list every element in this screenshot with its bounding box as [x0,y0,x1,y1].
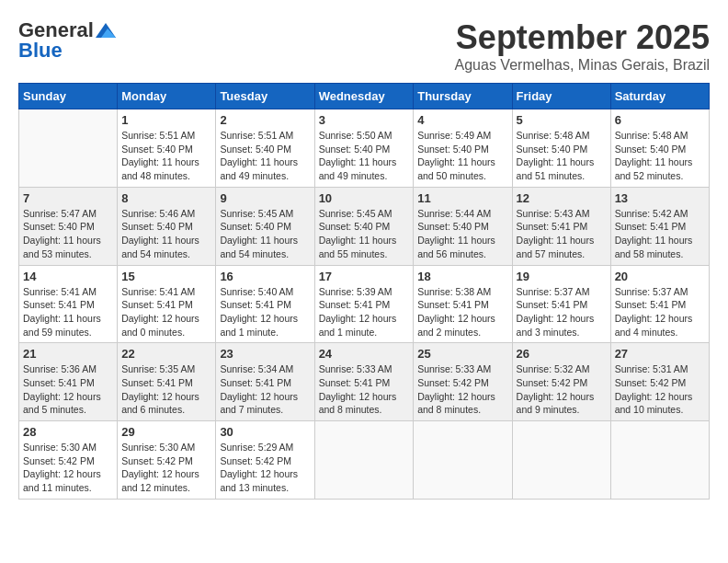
day-number: 12 [517,191,607,205]
day-info: Sunrise: 5:35 AM Sunset: 5:41 PM Dayligh… [121,362,211,417]
day-number: 8 [121,191,211,205]
day-number: 1 [121,113,211,127]
calendar-day-cell: 9Sunrise: 5:45 AM Sunset: 5:40 PM Daylig… [216,187,314,265]
day-info: Sunrise: 5:41 AM Sunset: 5:41 PM Dayligh… [23,285,113,339]
day-info: Sunrise: 5:40 AM Sunset: 5:41 PM Dayligh… [220,285,310,339]
calendar-table: SundayMondayTuesdayWednesdayThursdayFrid… [18,83,710,500]
day-info: Sunrise: 5:33 AM Sunset: 5:42 PM Dayligh… [417,362,507,417]
calendar-day-header: Monday [118,84,216,109]
calendar-day-cell: 8Sunrise: 5:46 AM Sunset: 5:40 PM Daylig… [118,187,216,265]
calendar-day-cell: 22Sunrise: 5:35 AM Sunset: 5:41 PM Dayli… [118,343,216,421]
day-info: Sunrise: 5:49 AM Sunset: 5:40 PM Dayligh… [417,129,507,183]
calendar-day-cell: 10Sunrise: 5:45 AM Sunset: 5:40 PM Dayli… [314,187,414,265]
day-info: Sunrise: 5:46 AM Sunset: 5:40 PM Dayligh… [121,207,211,261]
day-number: 17 [319,270,410,283]
calendar-day-cell: 3Sunrise: 5:50 AM Sunset: 5:40 PM Daylig… [314,109,414,188]
calendar-day-cell: 21Sunrise: 5:36 AM Sunset: 5:41 PM Dayli… [19,343,118,421]
day-number: 11 [417,191,507,205]
day-number: 6 [615,113,705,127]
day-number: 28 [23,425,113,439]
calendar-day-header: Tuesday [216,84,314,109]
calendar-day-cell: 29Sunrise: 5:30 AM Sunset: 5:42 PM Dayli… [118,421,216,500]
calendar-day-cell: 30Sunrise: 5:29 AM Sunset: 5:42 PM Dayli… [216,421,314,500]
calendar-day-cell: 11Sunrise: 5:44 AM Sunset: 5:40 PM Dayli… [414,187,512,265]
day-info: Sunrise: 5:43 AM Sunset: 5:41 PM Dayligh… [517,207,607,261]
day-number: 22 [121,347,211,361]
page-header: General Blue September 2025 Aguas Vermel… [18,18,710,74]
calendar-day-header: Saturday [610,84,709,109]
calendar-day-cell: 1Sunrise: 5:51 AM Sunset: 5:40 PM Daylig… [118,109,216,188]
calendar-day-header: Thursday [414,84,512,109]
calendar-week-row: 1Sunrise: 5:51 AM Sunset: 5:40 PM Daylig… [19,109,710,188]
day-info: Sunrise: 5:32 AM Sunset: 5:42 PM Dayligh… [517,362,607,417]
calendar-day-cell: 19Sunrise: 5:37 AM Sunset: 5:41 PM Dayli… [512,265,610,343]
day-info: Sunrise: 5:30 AM Sunset: 5:42 PM Dayligh… [23,441,113,495]
day-number: 20 [615,270,705,283]
day-number: 27 [615,347,705,361]
day-info: Sunrise: 5:38 AM Sunset: 5:41 PM Dayligh… [417,285,507,339]
calendar-day-cell: 28Sunrise: 5:30 AM Sunset: 5:42 PM Dayli… [19,421,118,500]
day-info: Sunrise: 5:37 AM Sunset: 5:41 PM Dayligh… [517,285,607,339]
calendar-day-cell: 17Sunrise: 5:39 AM Sunset: 5:41 PM Dayli… [314,265,414,343]
calendar-day-cell: 27Sunrise: 5:31 AM Sunset: 5:42 PM Dayli… [610,343,709,421]
month-title: September 2025 [455,18,710,57]
calendar-day-cell: 12Sunrise: 5:43 AM Sunset: 5:41 PM Dayli… [512,187,610,265]
day-info: Sunrise: 5:51 AM Sunset: 5:40 PM Dayligh… [121,129,211,183]
day-info: Sunrise: 5:44 AM Sunset: 5:40 PM Dayligh… [417,207,507,261]
calendar-day-cell: 2Sunrise: 5:51 AM Sunset: 5:40 PM Daylig… [216,109,314,188]
day-info: Sunrise: 5:51 AM Sunset: 5:40 PM Dayligh… [220,129,310,183]
calendar-week-row: 14Sunrise: 5:41 AM Sunset: 5:41 PM Dayli… [19,265,710,343]
day-info: Sunrise: 5:50 AM Sunset: 5:40 PM Dayligh… [319,129,410,183]
day-number: 16 [220,270,310,283]
calendar-day-cell: 5Sunrise: 5:48 AM Sunset: 5:40 PM Daylig… [512,109,610,188]
day-info: Sunrise: 5:30 AM Sunset: 5:42 PM Dayligh… [121,441,211,495]
day-number: 21 [23,347,113,361]
day-info: Sunrise: 5:39 AM Sunset: 5:41 PM Dayligh… [319,285,410,339]
calendar-day-cell: 7Sunrise: 5:47 AM Sunset: 5:40 PM Daylig… [19,187,118,265]
day-number: 7 [23,191,113,205]
calendar-day-cell: 18Sunrise: 5:38 AM Sunset: 5:41 PM Dayli… [414,265,512,343]
calendar-day-cell: 6Sunrise: 5:48 AM Sunset: 5:40 PM Daylig… [610,109,709,188]
calendar-day-cell: 23Sunrise: 5:34 AM Sunset: 5:41 PM Dayli… [216,343,314,421]
calendar-day-cell [512,421,610,500]
calendar-day-cell: 16Sunrise: 5:40 AM Sunset: 5:41 PM Dayli… [216,265,314,343]
logo: General Blue [18,18,116,63]
day-number: 2 [220,113,310,127]
day-info: Sunrise: 5:42 AM Sunset: 5:41 PM Dayligh… [615,207,705,261]
day-number: 23 [220,347,310,361]
day-number: 3 [319,113,410,127]
calendar-day-cell: 25Sunrise: 5:33 AM Sunset: 5:42 PM Dayli… [414,343,512,421]
day-info: Sunrise: 5:34 AM Sunset: 5:41 PM Dayligh… [220,362,310,417]
day-info: Sunrise: 5:31 AM Sunset: 5:42 PM Dayligh… [615,362,705,417]
day-number: 24 [319,347,410,361]
calendar-day-cell [314,421,414,500]
day-number: 13 [615,191,705,205]
calendar-week-row: 21Sunrise: 5:36 AM Sunset: 5:41 PM Dayli… [19,343,710,421]
calendar-day-cell: 20Sunrise: 5:37 AM Sunset: 5:41 PM Dayli… [610,265,709,343]
day-number: 29 [121,425,211,439]
calendar-day-header: Sunday [19,84,118,109]
day-number: 15 [121,270,211,283]
calendar-day-header: Friday [512,84,610,109]
calendar-day-cell [414,421,512,500]
day-number: 10 [319,191,410,205]
day-number: 19 [517,270,607,283]
title-area: September 2025 Aguas Vermelhas, Minas Ge… [455,18,710,74]
calendar-day-header: Wednesday [314,84,414,109]
calendar-day-cell: 14Sunrise: 5:41 AM Sunset: 5:41 PM Dayli… [19,265,118,343]
day-info: Sunrise: 5:48 AM Sunset: 5:40 PM Dayligh… [615,129,705,183]
logo-icon [96,23,116,38]
calendar-day-cell [610,421,709,500]
day-info: Sunrise: 5:41 AM Sunset: 5:41 PM Dayligh… [121,285,211,339]
day-number: 25 [417,347,507,361]
calendar-week-row: 28Sunrise: 5:30 AM Sunset: 5:42 PM Dayli… [19,421,710,500]
day-info: Sunrise: 5:45 AM Sunset: 5:40 PM Dayligh… [220,207,310,261]
day-info: Sunrise: 5:36 AM Sunset: 5:41 PM Dayligh… [23,362,113,417]
day-number: 18 [417,270,507,283]
calendar-day-cell: 4Sunrise: 5:49 AM Sunset: 5:40 PM Daylig… [414,109,512,188]
day-info: Sunrise: 5:48 AM Sunset: 5:40 PM Dayligh… [517,129,607,183]
calendar-week-row: 7Sunrise: 5:47 AM Sunset: 5:40 PM Daylig… [19,187,710,265]
day-info: Sunrise: 5:29 AM Sunset: 5:42 PM Dayligh… [220,441,310,495]
calendar-day-cell: 24Sunrise: 5:33 AM Sunset: 5:41 PM Dayli… [314,343,414,421]
calendar-day-cell: 15Sunrise: 5:41 AM Sunset: 5:41 PM Dayli… [118,265,216,343]
